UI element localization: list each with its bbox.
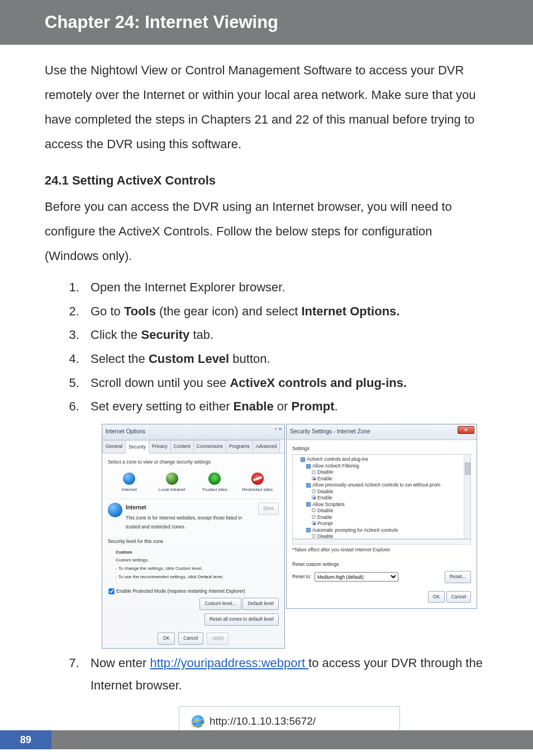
tab-programs[interactable]: Programs (226, 440, 253, 453)
item-2-opt-1[interactable]: Enable (312, 514, 468, 521)
node-icon (306, 528, 311, 532)
default-level-button[interactable]: Default level (242, 598, 279, 610)
zone-local-label: Local intranet (159, 487, 185, 492)
opt-label: Enable (317, 495, 332, 500)
step-6-t1: Set every setting to either (91, 399, 234, 413)
zone-internet-label: Internet (122, 487, 137, 492)
step-2-bold-tools: Tools (124, 304, 156, 318)
io-tab-strip: General Security Privacy Content Connect… (102, 440, 284, 454)
scroll-thumb[interactable] (465, 462, 470, 475)
step-5: Scroll down until you see ActiveX contro… (83, 372, 488, 395)
reset-group-label: Reset custom settings (292, 560, 471, 569)
custom-head: Custom (116, 549, 279, 557)
ss-cancel-button[interactable]: Cancel (446, 591, 471, 603)
node-icon (306, 483, 311, 488)
tab-general[interactable]: General (102, 440, 126, 453)
zone-restricted[interactable]: Restricted sites (241, 472, 274, 494)
ss-settings-list[interactable]: ActiveX controls and plug-ins Allow Acti… (292, 454, 471, 539)
io-body: Select a zone to view or change security… (102, 453, 284, 629)
zone-local[interactable]: Local intranet (155, 472, 189, 494)
zone-internet[interactable]: Internet (112, 472, 146, 494)
ss-ok-button[interactable]: OK (428, 591, 445, 603)
sites-button[interactable]: Sites (258, 503, 279, 515)
io-zone-prompt: Select a zone to view or change security… (108, 458, 279, 467)
section-heading: 24.1 Setting ActiveX Controls (45, 173, 488, 188)
step-7-link[interactable]: http://youripaddress:webport (150, 656, 308, 670)
io-title-controls[interactable]: ? ✕ (274, 426, 282, 434)
item-0-label: Allow ActiveX Filtering (312, 463, 359, 469)
item-2-opt-2[interactable]: Prompt (312, 521, 468, 527)
security-settings-dialog: Security Settings - Internet Zone ✕ Sett… (286, 424, 477, 609)
io-ok-button[interactable]: OK (158, 632, 174, 645)
item-1-opt-1[interactable]: Enable (312, 495, 468, 501)
item-3-label: Automatic prompting for ActiveX controls (312, 527, 398, 533)
tab-privacy[interactable]: Privacy (149, 440, 171, 453)
restricted-icon (251, 472, 264, 485)
io-title-bar: Internet Options ? ✕ (102, 424, 284, 440)
protected-mode-checkbox[interactable] (108, 588, 114, 594)
item-2-opt-0[interactable]: Disable (312, 508, 468, 514)
radio-icon (312, 476, 316, 480)
radio-icon (312, 515, 316, 519)
step-7-t1: Now enter (91, 656, 150, 670)
step-2: Go to Tools (the gear icon) and select I… (83, 300, 488, 323)
tab-security[interactable]: Security (125, 441, 149, 454)
dialog-figure: Internet Options ? ✕ General Security Pr… (91, 424, 488, 648)
item-1-opt-0[interactable]: Disable (312, 489, 468, 495)
security-level-label: Security level for this zone (108, 537, 279, 546)
zone-detail: Internet This zone is for Internet websi… (108, 503, 279, 532)
ss-scrollbar[interactable] (464, 455, 470, 538)
opt-label: Disable (317, 469, 333, 475)
ss-close-button[interactable]: ✕ (458, 426, 474, 434)
ss-body: Settings ActiveX controls and plug-ins A… (287, 440, 477, 588)
zone-trusted[interactable]: Trusted sites (198, 472, 231, 494)
tab-content[interactable]: Content (170, 440, 194, 453)
step-1-text: Open the Internet Explorer browser. (91, 280, 285, 294)
step-4-t1: Select the (91, 352, 149, 366)
radio-icon (312, 508, 316, 512)
reset-button[interactable]: Reset... (445, 571, 471, 583)
button-row-2: Reset all zones to default level (108, 613, 279, 626)
step-2-t2: (the gear icon) and select (156, 304, 301, 318)
radio-icon (312, 489, 316, 493)
item-2-label: Allow Scriptlets (312, 502, 345, 507)
step-2-bold-options: Internet Options. (301, 304, 399, 318)
step-3-t2: tab. (189, 328, 213, 342)
zone-row: Internet Local intranet Trusted sites Re… (108, 470, 279, 499)
ss-horizontal-scroll[interactable] (292, 539, 471, 545)
address-text: http://10.1.10.13:5672/ (210, 711, 316, 731)
intro-paragraph: Use the Nightowl View or Control Managem… (45, 58, 488, 157)
tab-advanced[interactable]: Advanced (253, 440, 280, 453)
custom-level-button[interactable]: Custom level... (199, 598, 241, 610)
chapter-title: Chapter 24: Internet Viewing (45, 12, 278, 32)
step-6-t3: . (335, 399, 338, 413)
intranet-icon (166, 472, 178, 485)
ss-settings-label: Settings (292, 445, 471, 453)
item-0-opt-0[interactable]: Disable (312, 469, 468, 475)
node-icon (301, 457, 305, 462)
item-0-opt-1[interactable]: Enable (312, 476, 468, 482)
node-icon (306, 464, 311, 469)
io-cancel-button[interactable]: Cancel (178, 632, 203, 645)
protected-mode-row[interactable]: Enable Protected Mode (requires restarti… (108, 587, 279, 596)
step-3-t1: Click the (91, 328, 141, 342)
reset-all-button[interactable]: Reset all zones to default level (204, 613, 279, 626)
step-3: Click the Security tab. (83, 324, 488, 347)
tab-connections[interactable]: Connections (193, 440, 226, 453)
footer-bar (0, 730, 533, 749)
reset-to-label: Reset to: (292, 573, 311, 582)
radio-icon (312, 521, 316, 525)
steps-list: Open the Internet Explorer browser. Go t… (45, 276, 488, 736)
io-apply-button[interactable]: Apply (207, 632, 229, 645)
item-1: Allow previously unused ActiveX controls… (306, 482, 468, 488)
io-footer: OK Cancel Apply (102, 629, 284, 648)
opt-label: Disable (317, 508, 333, 513)
item-0: Allow ActiveX Filtering (306, 463, 468, 469)
node-icon (306, 502, 311, 507)
radio-icon (312, 470, 316, 474)
opt-label: Prompt (317, 521, 332, 526)
item-3-opt-0[interactable]: Disable (312, 533, 468, 539)
io-title-text: Internet Options (106, 428, 145, 434)
reset-to-select[interactable]: Medium-high (default) (315, 572, 398, 582)
item-1-label: Allow previously unused ActiveX controls… (312, 482, 440, 488)
